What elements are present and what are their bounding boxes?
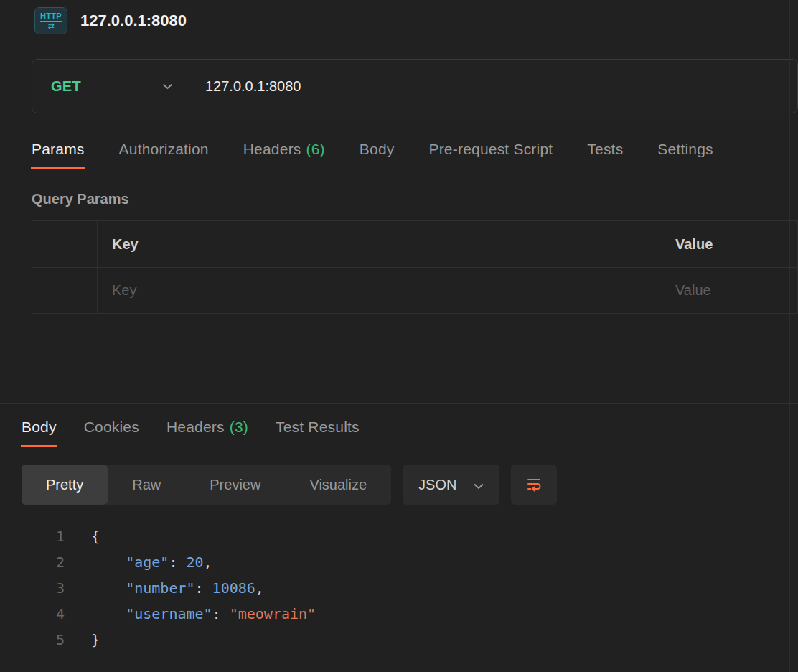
chevron-down-icon (162, 80, 173, 93)
response-headers-count: (3) (230, 419, 248, 435)
format-select[interactable]: JSON (403, 465, 499, 505)
view-raw[interactable]: Raw (108, 465, 185, 505)
view-mode-switcher: Pretty Raw Preview Visualize (22, 465, 391, 505)
tab-headers[interactable]: Headers(6) (243, 141, 325, 169)
section-divider (0, 403, 798, 404)
right-pane-border (789, 0, 790, 672)
tab-label: Headers (166, 419, 225, 435)
format-select-label: JSON (418, 477, 456, 493)
http-icon-arrows: ⇄ (47, 22, 54, 30)
response-toolbar: Pretty Raw Preview Visualize JSON (22, 465, 798, 505)
view-visualize[interactable]: Visualize (285, 465, 391, 505)
line-number: 2 (22, 549, 65, 575)
view-pretty[interactable]: Pretty (22, 465, 108, 505)
query-params-table: Key Value Key Value (32, 220, 798, 314)
line-content: { (65, 523, 100, 549)
response-code[interactable]: 1{2 "age": 20,3 "number": 10086,4 "usern… (22, 523, 798, 653)
view-preview[interactable]: Preview (185, 465, 285, 505)
url-input[interactable] (189, 60, 797, 113)
response-section: Body Cookies Headers(3) Test Results Pre… (0, 419, 798, 653)
tab-label: Tests (587, 141, 623, 157)
table-header-row: Key Value (32, 221, 797, 267)
code-lines: 1{2 "age": 20,3 "number": 10086,4 "usern… (22, 523, 798, 653)
tab-label: Headers (243, 141, 301, 157)
line-number: 4 (22, 601, 65, 627)
query-params-heading: Query Params (32, 191, 798, 207)
method-select[interactable]: GET (32, 60, 189, 113)
tab-test-results[interactable]: Test Results (276, 419, 360, 447)
tab-response-headers[interactable]: Headers(3) (166, 419, 248, 447)
tab-cookies[interactable]: Cookies (84, 419, 139, 447)
http-icon: HTTP ⇄ (34, 7, 67, 34)
request-title: 127.0.0.1:8080 (80, 11, 187, 30)
request-tabs: Params Authorization Headers(6) Body Pre… (32, 141, 798, 169)
tab-label: Authorization (119, 141, 209, 157)
app-window: HTTP ⇄ 127.0.0.1:8080 GET Params Authori… (0, 0, 798, 653)
checkbox-cell (32, 221, 98, 267)
tab-settings[interactable]: Settings (657, 141, 713, 169)
code-line: 5} (22, 627, 798, 653)
code-line: 2 "age": 20, (22, 549, 798, 575)
chevron-down-icon (474, 477, 484, 493)
line-number: 3 (22, 575, 65, 601)
value-column-header: Value (657, 221, 797, 267)
key-column-header: Key (98, 221, 657, 267)
tab-label: Body (22, 419, 57, 435)
tab-pre-request-script[interactable]: Pre-request Script (428, 141, 553, 169)
code-line: 4 "username": "meowrain" (22, 601, 798, 627)
checkbox-cell (32, 268, 98, 313)
url-bar: GET (32, 59, 798, 113)
method-label: GET (51, 78, 81, 95)
line-number: 1 (22, 523, 65, 549)
key-input[interactable]: Key (98, 268, 657, 313)
response-tabs: Body Cookies Headers(3) Test Results (22, 419, 798, 447)
value-input[interactable]: Value (657, 268, 797, 313)
tab-params[interactable]: Params (32, 141, 85, 169)
tab-authorization[interactable]: Authorization (119, 141, 209, 169)
wrap-lines-icon (525, 475, 543, 495)
tab-tests[interactable]: Tests (587, 141, 623, 169)
http-icon-label: HTTP (40, 12, 62, 22)
tab-response-body[interactable]: Body (22, 419, 57, 447)
table-row: Key Value (32, 267, 797, 313)
left-pane-border (9, 0, 9, 672)
tab-label: Params (32, 141, 85, 157)
tab-label: Cookies (84, 419, 139, 435)
line-content: "username": "meowrain" (65, 601, 316, 627)
tab-label: Test Results (276, 419, 360, 435)
wrap-lines-button[interactable] (511, 465, 557, 505)
line-number: 5 (22, 627, 65, 653)
value-column-label: Value (675, 236, 713, 253)
key-column-label: Key (112, 236, 139, 253)
tab-body[interactable]: Body (360, 141, 395, 169)
line-content: "age": 20, (65, 549, 212, 575)
request-header: HTTP ⇄ 127.0.0.1:8080 (0, 0, 798, 37)
tab-label: Body (360, 141, 395, 157)
code-line: 1{ (22, 523, 798, 549)
line-content: "number": 10086, (65, 575, 264, 601)
tab-label: Settings (657, 141, 713, 157)
code-line: 3 "number": 10086, (22, 575, 798, 601)
tab-label: Pre-request Script (428, 141, 553, 157)
line-content: } (65, 627, 100, 653)
tab-headers-count: (6) (306, 141, 325, 157)
